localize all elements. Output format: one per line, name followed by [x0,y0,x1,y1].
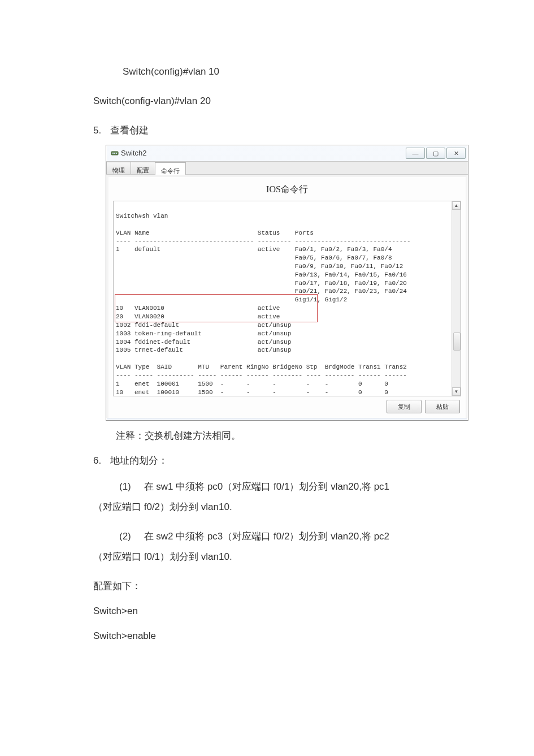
cli-panel: IOS命令行 Switch#sh vlan VLAN Name Status P… [108,177,466,418]
svg-rect-2 [114,153,115,154]
step-5: 5. 查看创建 [93,121,441,140]
switch2-window: Switch2 — ▢ ✕ 物理 配置 命令行 IOS命令行 Switch#sh… [106,145,468,421]
svg-rect-3 [116,153,117,154]
scroll-down-icon[interactable]: ▼ [452,387,461,396]
command-text: Switch>en [93,602,441,621]
tab-cli[interactable]: 命令行 [155,162,186,175]
step-text: 地址的划分： [110,451,168,470]
step-text: 查看创建 [110,121,149,140]
command-text: Switch(config-vlan)#vlan 20 [93,92,441,111]
configure-heading: 配置如下： [93,577,441,596]
button-row: 复制 粘贴 [108,396,466,414]
titlebar: Switch2 — ▢ ✕ [106,145,468,161]
maximize-button[interactable]: ▢ [426,148,445,159]
scrollbar[interactable]: ▲ ▼ [451,201,461,396]
tab-bar: 物理 配置 命令行 [106,162,468,175]
command-text: Switch(config)#vlan 10 [93,62,441,81]
scroll-up-icon[interactable]: ▲ [452,201,461,210]
minimize-button[interactable]: — [406,148,425,159]
substep-text: 在 sw1 中须将 pc0（对应端口 f0/1）划分到 vlan20,将 pc1 [144,481,390,492]
tab-config[interactable]: 配置 [131,162,155,174]
paste-button[interactable]: 粘贴 [425,400,460,413]
terminal-wrap: Switch#sh vlan VLAN Name Status Ports --… [113,201,461,396]
step-6: 6. 地址的划分： [93,451,441,470]
note-text: 注释：交换机创建方法相同。 [116,426,441,446]
tab-physical[interactable]: 物理 [106,162,131,174]
close-button[interactable]: ✕ [446,148,466,159]
substep-1-continued: （对应端口 f0/2）划分到 vlan10. [93,498,441,517]
panel-title: IOS命令行 [108,180,466,198]
substep-2-continued: （对应端口 f0/1）划分到 vlan10. [93,547,441,567]
window-body: 物理 配置 命令行 IOS命令行 Switch#sh vlan VLAN Nam… [106,161,468,418]
app-icon [111,149,119,157]
substep-number: (2) [119,527,131,546]
step-number: 6. [93,451,110,470]
document-page: Switch(config)#vlan 10 Switch(config-vla… [0,0,534,685]
substep-1: (1) 在 sw1 中须将 pc0（对应端口 f0/1）划分到 vlan20,将… [93,477,441,496]
svg-rect-1 [112,153,114,154]
substep-text: 在 sw2 中须将 pc3（对应端口 f0/2）划分到 vlan20,将 pc2 [144,531,390,542]
terminal-output[interactable]: Switch#sh vlan VLAN Name Status Ports --… [113,201,461,396]
step-number: 5. [93,121,110,140]
copy-button[interactable]: 复制 [387,400,422,413]
substep-2: (2) 在 sw2 中须将 pc3（对应端口 f0/2）划分到 vlan20,将… [93,527,441,546]
substep-number: (1) [119,477,131,496]
command-text: Switch>enable [93,627,441,646]
window-title: Switch2 [121,146,147,161]
scroll-thumb[interactable] [453,332,461,351]
